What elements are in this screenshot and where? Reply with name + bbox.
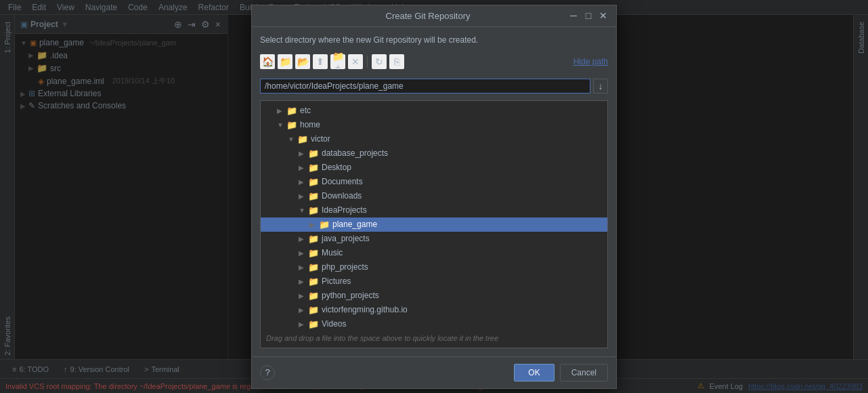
path-input[interactable]: [260, 79, 590, 94]
tree-victorfengming[interactable]: ▶ 📁 victorfengming.github.io: [261, 303, 607, 317]
arrow-icon: ▶: [299, 292, 305, 299]
pictures-label: Pictures: [322, 276, 351, 286]
directory-tree: ▶ 📁 etc ▼ 📁 home ▼ 📁 victor ▶ 📁: [260, 100, 608, 348]
folder-icon: 📁: [308, 262, 319, 272]
tree-downloads[interactable]: ▶ 📁 Downloads: [261, 189, 607, 203]
folder-icon: 📁: [319, 220, 330, 230]
folder-icon: 📁: [308, 276, 319, 287]
tree-victor[interactable]: ▼ 📁 victor: [261, 132, 607, 146]
folder-icon: 📁: [308, 319, 319, 329]
arrow-icon: ▶: [299, 164, 305, 171]
tree-java-projects[interactable]: ▶ 📁 java_projects: [261, 232, 607, 246]
create-git-repo-dialog: Create Git Repository ─ □ ✕ Select direc…: [251, 5, 617, 389]
toolbar-separator: [367, 56, 368, 68]
modal-body: Select directory where the new Git repos…: [252, 27, 616, 356]
hide-path-link[interactable]: Hide path: [573, 57, 608, 66]
arrow-icon: ▶: [277, 107, 284, 115]
music-label: Music: [322, 248, 343, 257]
close-button[interactable]: ✕: [599, 11, 608, 20]
folder-icon: 📁: [308, 248, 319, 258]
arrow-icon: ▶: [309, 221, 316, 228]
modal-hint: Drag and drop a file into the space abov…: [261, 331, 607, 345]
delete-button[interactable]: ✕: [348, 54, 363, 69]
copy-path-button[interactable]: ⎘: [389, 54, 404, 69]
modal-description: Select directory where the new Git repos…: [260, 35, 608, 45]
footer-buttons: OK Cancel: [514, 364, 608, 381]
tree-music[interactable]: ▶ 📁 Music: [261, 246, 607, 260]
arrow-icon: ▶: [299, 320, 305, 328]
folder-icon: 📁: [308, 191, 319, 201]
victor-label: victor: [311, 134, 330, 144]
arrow-icon: ▶: [299, 264, 305, 271]
database-projects-label: database_projects: [322, 148, 388, 158]
home-label: home: [300, 120, 320, 129]
new-root-button[interactable]: 📁+: [330, 54, 345, 69]
arrow-icon: ▼: [277, 121, 284, 129]
folder-icon: 📁: [308, 163, 319, 173]
folder-up-button[interactable]: ⬆: [313, 54, 328, 69]
etc-label: etc: [300, 106, 311, 115]
php-projects-label: php_projects: [322, 262, 368, 272]
folder-icon: 📁: [286, 120, 297, 130]
arrow-icon: ▶: [299, 178, 305, 186]
arrow-icon: ▶: [299, 150, 305, 157]
home-button[interactable]: 🏠: [260, 54, 275, 69]
modal-titlebar: Create Git Repository ─ □ ✕: [252, 5, 616, 27]
arrow-icon: ▶: [299, 306, 305, 314]
tree-home[interactable]: ▼ 📁 home: [261, 118, 607, 132]
victorfengming-label: victorfengming.github.io: [322, 305, 408, 314]
python-projects-label: python_projects: [322, 291, 379, 300]
plane-game-label: plane_game: [332, 220, 377, 229]
documents-label: Documents: [322, 177, 363, 186]
tree-python-projects[interactable]: ▶ 📁 python_projects: [261, 289, 607, 303]
tree-database-projects[interactable]: ▶ 📁 database_projects: [261, 146, 607, 161]
folder-icon: 📁: [286, 106, 297, 116]
tree-videos[interactable]: ▶ 📁 Videos: [261, 317, 607, 331]
tree-plane-game[interactable]: ▶ 📁 plane_game: [261, 218, 607, 232]
downloads-label: Downloads: [322, 191, 362, 201]
folder-icon: 📁: [308, 305, 319, 315]
modal-controls: ─ □ ✕: [569, 11, 608, 20]
tree-etc[interactable]: ▶ 📁 etc: [261, 104, 607, 118]
videos-label: Videos: [322, 319, 346, 329]
tree-documents[interactable]: ▶ 📁 Documents: [261, 175, 607, 189]
tree-idea-projects[interactable]: ▼ 📁 IdeaProjects: [261, 203, 607, 218]
maximize-button[interactable]: □: [584, 11, 593, 20]
folder-icon: 📁: [308, 205, 319, 215]
modal-overlay: Create Git Repository ─ □ ✕ Select direc…: [0, 0, 868, 393]
folder-icon: 📁: [308, 177, 319, 187]
help-button[interactable]: ?: [260, 365, 275, 380]
cancel-button[interactable]: Cancel: [560, 364, 608, 381]
modal-title: Create Git Repository: [287, 11, 569, 21]
refresh-button[interactable]: ↻: [372, 54, 387, 69]
folder-button[interactable]: 📁: [278, 54, 292, 69]
java-projects-label: java_projects: [322, 234, 370, 243]
arrow-icon: ▶: [299, 192, 305, 200]
arrow-icon: ▶: [299, 249, 305, 257]
idea-projects-label: IdeaProjects: [322, 205, 367, 215]
browse-button[interactable]: ↓: [593, 79, 608, 94]
folder-icon: 📁: [308, 148, 319, 159]
tree-desktop[interactable]: ▶ 📁 Desktop: [261, 161, 607, 175]
new-folder-button[interactable]: 📂: [295, 54, 310, 69]
modal-file-toolbar: 🏠 📁 📂 ⬆ 📁+ ✕ ↻ ⎘ Hide path: [260, 54, 608, 69]
folder-icon: 📁: [308, 291, 319, 301]
arrow-icon: ▼: [288, 136, 295, 143]
arrow-icon: ▼: [299, 207, 305, 214]
tree-php-projects[interactable]: ▶ 📁 php_projects: [261, 260, 607, 274]
folder-icon: 📁: [297, 134, 308, 144]
arrow-icon: ▶: [299, 278, 305, 285]
modal-path-row: ↓: [260, 79, 608, 94]
desktop-label: Desktop: [322, 163, 351, 172]
folder-icon: 📁: [308, 234, 319, 244]
modal-footer: ? OK Cancel: [252, 356, 616, 388]
tree-pictures[interactable]: ▶ 📁 Pictures: [261, 274, 607, 289]
ok-button[interactable]: OK: [514, 364, 554, 381]
minimize-button[interactable]: ─: [569, 11, 578, 20]
arrow-icon: ▶: [299, 235, 305, 243]
